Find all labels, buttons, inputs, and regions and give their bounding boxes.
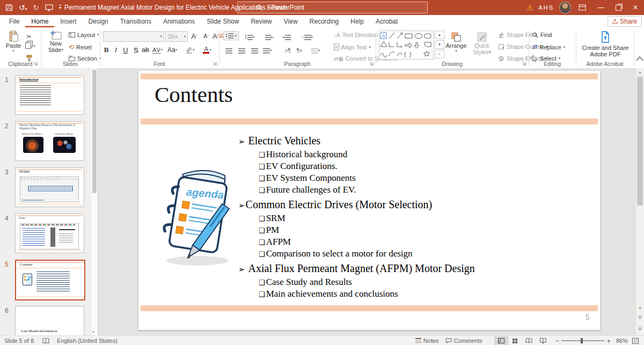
shrink-font-button[interactable]: Aˇ [202,31,210,41]
text-direction-button[interactable]: ↓AText Direction▾ [334,32,382,38]
line-spacing-button[interactable]: ↕▾ [302,32,313,42]
upload-warning-icon[interactable]: ⚠ [527,4,533,12]
tab-view[interactable]: View [278,15,304,27]
next-slide-icon[interactable]: ⇊ [636,325,644,332]
close-button[interactable]: ✕ [627,0,644,15]
share-button[interactable]: Share [608,16,642,27]
shapes-scroll-down-icon[interactable]: ▾ [435,40,444,49]
change-case-button[interactable]: Aa▾ [167,45,177,55]
notes-button[interactable]: Notes [412,336,442,345]
minimize-button[interactable]: — [592,0,610,15]
grow-font-button[interactable]: Aˆ [190,31,199,41]
zoom-in-button[interactable]: + [606,337,611,345]
slideshow-view-button[interactable] [536,336,550,345]
thumbnail-scroll-thumb[interactable] [92,70,97,193]
rtl-direction-button[interactable]: ¶< [295,46,304,55]
underline-button[interactable]: U [121,45,130,55]
tab-acrobat[interactable]: Acrobat [370,15,404,27]
thumbnail-scroll-down-icon[interactable]: ▾ [92,330,94,334]
layout-button[interactable]: Layout▾ [69,32,99,38]
thumbnail-slide-4[interactable]: Lua [15,214,84,253]
comments-button[interactable]: Comments [442,336,486,345]
thumbnail-slide-3[interactable]: FEMM [15,167,84,207]
zoom-percentage[interactable]: 86% [616,337,628,344]
drawing-dialog-launcher-icon[interactable]: ⇲ [522,61,526,67]
shape-gallery[interactable]: A {} [379,31,434,60]
slide-title[interactable]: Contents [155,82,233,107]
thumbnail-slide-6[interactable]: Last Month Information [15,306,84,336]
zoom-out-button[interactable]: − [555,337,560,345]
thumbnail-slide-1[interactable]: Introduction [15,75,84,115]
customize-qat-icon[interactable]: ▾ [59,5,61,10]
reading-view-button[interactable] [522,336,536,345]
tab-review[interactable]: Review [245,15,277,27]
main-vertical-scrollbar[interactable]: ▴ ▾ ⇈ ⇊ [635,68,644,335]
slide-canvas[interactable]: Contents agenda [138,71,600,330]
font-size-combo[interactable]: 20+▾ [165,31,188,42]
shapes-more-icon[interactable]: ▿ [435,50,444,58]
slide-counter[interactable]: Slide 5 of 8 [4,337,34,344]
thumbnail-slide-2[interactable]: Electric Machines Based on The Orientati… [15,121,84,161]
tab-transitions[interactable]: Transitions [114,15,157,27]
ribbon-display-options-icon[interactable] [579,4,586,11]
slide-sorter-view-button[interactable] [508,336,522,345]
cut-button[interactable]: ✂ [25,32,33,41]
new-slide-button[interactable]: New Slide▾ [46,31,65,53]
quick-styles-button[interactable]: Quick Styles▾ [470,32,494,55]
previous-slide-icon[interactable]: ⇈ [636,314,644,321]
language-indicator[interactable]: English (United States) [57,337,118,344]
tab-file[interactable]: File [3,15,25,27]
copy-button[interactable] [25,42,31,49]
create-share-pdf-button[interactable]: Create and Share Adobe PDF [581,31,630,57]
zoom-slider-thumb[interactable] [581,338,583,343]
fit-slide-to-window-icon[interactable] [632,338,639,344]
justify-button[interactable]: ▾ [263,46,272,55]
thumbnail-slide-5-selected[interactable]: Contents [15,260,85,300]
scroll-up-icon[interactable]: ▴ [636,68,644,76]
save-icon[interactable] [5,4,13,11]
user-avatar[interactable] [559,2,571,13]
paste-button[interactable]: Paste ▾ [4,31,23,53]
numbering-button[interactable]: ▾ [245,32,255,42]
tab-design[interactable]: Design [82,15,114,27]
font-name-combo[interactable]: ▾ [103,31,164,42]
restore-button[interactable] [610,0,627,15]
columns-button[interactable]: ▾ [311,46,320,55]
zoom-slider[interactable] [561,340,604,341]
scroll-down-icon[interactable]: ▾ [636,304,644,312]
reset-button[interactable]: ⟲ Reset [69,43,92,51]
start-slideshow-icon[interactable] [45,4,53,11]
highlight-color-button[interactable]: ▾ [185,45,195,55]
tab-recording[interactable]: Recording [304,15,345,27]
tab-home[interactable]: Home [25,15,54,27]
spellcheck-book-icon[interactable] [42,338,49,344]
user-initials[interactable]: AHS [538,4,554,11]
align-text-button[interactable]: ≡Align Text▾ [334,43,371,50]
ltr-direction-button[interactable]: >¶ [283,46,292,55]
search-box[interactable]: Search [237,2,428,13]
strikethrough-button[interactable]: ab [141,45,150,55]
shapes-scroll-up-icon[interactable]: ▴ [435,31,444,39]
arrange-button[interactable]: Arrange▾ [444,32,468,53]
replace-button[interactable]: ⇄Replace▾ [532,43,565,50]
redo-icon[interactable]: ↻ [33,4,39,11]
tab-slideshow[interactable]: Slide Show [201,15,245,27]
find-button[interactable]: Find [532,32,552,38]
align-right-button[interactable] [250,46,259,55]
bullets-button[interactable]: ▾ [223,31,239,40]
undo-icon[interactable]: ↺▾ [19,4,27,11]
paragraph-dialog-launcher-icon[interactable]: ⇲ [369,61,374,67]
thumbnail-scrollbar[interactable]: ▾ [91,68,98,335]
character-spacing-button[interactable]: AV▾ [152,45,163,55]
italic-button[interactable]: I [112,45,120,55]
font-dialog-launcher-icon[interactable]: ⇲ [213,61,217,67]
increase-indent-button[interactable]: ⇥ [281,32,291,42]
slide-content-placeholder[interactable]: ➢Electric Vehicles ❑Historical backgroun… [238,132,587,300]
normal-view-button[interactable] [494,336,508,345]
tab-insert[interactable]: Insert [54,15,82,27]
tab-animations[interactable]: Animations [157,15,201,27]
tab-help[interactable]: Help [345,15,370,27]
bold-button[interactable]: B [102,45,111,55]
shape-fill-button[interactable]: Shape Fill▾ [498,32,537,38]
align-left-button[interactable] [224,46,233,55]
